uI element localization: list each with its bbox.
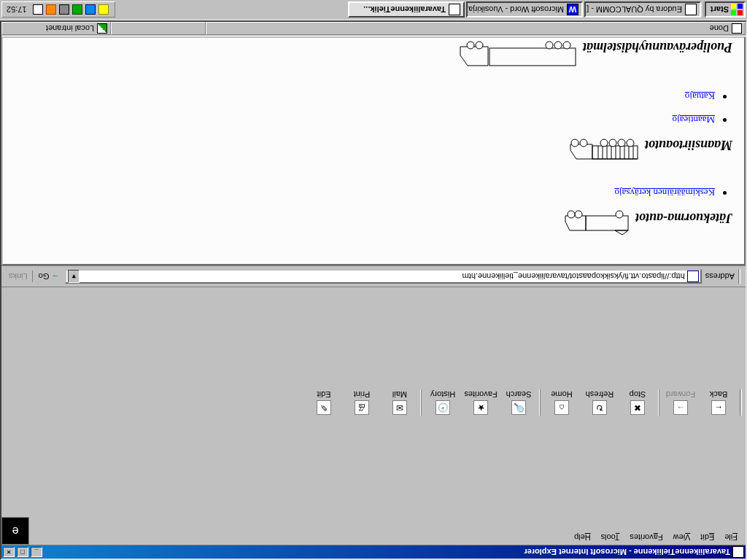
eudora-icon	[685, 4, 697, 16]
menubar: FFileile Edit View Favorites Tools Help	[29, 517, 746, 545]
section-heading: Maansiirtoautot	[15, 138, 732, 167]
tray-icon-1[interactable]	[98, 5, 109, 15]
forward-button[interactable]: →Forward	[662, 389, 700, 416]
history-icon: 🕑	[436, 400, 450, 415]
taskbar-clock[interactable]: 17:52	[7, 6, 27, 15]
toolbar-grip[interactable]	[740, 389, 742, 416]
svg-point-4	[568, 211, 575, 219]
svg-point-22	[580, 140, 587, 147]
favorites-button[interactable]: ★Favorites	[462, 389, 500, 416]
menu-tools[interactable]: Tools	[596, 518, 625, 543]
svg-marker-1	[565, 217, 586, 231]
tray-icon-4[interactable]	[59, 5, 69, 15]
svg-point-2	[616, 211, 623, 219]
links-bar-label[interactable]: Links	[4, 271, 33, 283]
svg-point-18	[627, 140, 634, 147]
tray-icon-2[interactable]	[85, 5, 96, 15]
taskbar-item-word[interactable]: W Microsoft Word - Vuosikirja...	[466, 2, 583, 18]
browser-window: TavaraliikenneTieliikenne - Microsoft In…	[0, 20, 747, 560]
print-icon: 🖨	[355, 400, 369, 415]
taskbar-item-eudora[interactable]: Eudora by QUALCOMM - [...	[584, 2, 701, 18]
svg-point-23	[571, 140, 578, 147]
addressbar-grip[interactable]	[738, 270, 740, 284]
window-title: TavaraliikenneTieliikenne - Microsoft In…	[42, 548, 730, 556]
minimize-button[interactable]: _	[31, 547, 42, 557]
done-icon	[732, 24, 742, 34]
search-icon: 🔍	[511, 400, 526, 415]
page-favicon-icon	[687, 271, 699, 283]
search-button[interactable]: 🔍Search	[500, 389, 538, 416]
svg-point-21	[600, 140, 608, 147]
menu-view[interactable]: View	[668, 518, 696, 543]
taskbar-item-ie[interactable]: TavaraliikenneTielik...	[348, 2, 465, 18]
svg-rect-6	[592, 147, 638, 160]
history-button[interactable]: 🕑History	[424, 389, 462, 416]
mail-button[interactable]: ✉Mail	[381, 389, 419, 416]
garbage-truck-icon	[564, 211, 630, 237]
back-arrow-icon: ←	[711, 400, 726, 415]
mail-icon: ✉	[392, 400, 407, 415]
section-heading: Jätekuorma-autot	[15, 211, 732, 237]
link[interactable]: Katuajo	[685, 92, 715, 103]
svg-point-29	[476, 42, 483, 50]
link[interactable]: Maantieajo	[673, 115, 715, 126]
address-input[interactable]	[80, 273, 684, 281]
semi-trailer-icon	[453, 40, 577, 71]
menu-file[interactable]: FFileile	[719, 518, 743, 543]
ie-throbber-icon: e	[1, 517, 29, 545]
status-text-cell: Done	[206, 23, 746, 36]
svg-marker-5	[615, 231, 628, 236]
statusbar: Done Local intranet	[1, 22, 746, 36]
address-input-wrap[interactable]: ▼	[65, 270, 701, 284]
task-label: TavaraliikenneTielik...	[363, 6, 446, 15]
home-button[interactable]: ⌂Home	[543, 389, 581, 416]
favorites-icon: ★	[473, 400, 488, 415]
zone-text: Local intranet	[46, 25, 94, 34]
address-label: Address	[705, 273, 735, 281]
print-button[interactable]: 🖨Print	[343, 389, 381, 416]
home-icon: ⌂	[554, 400, 569, 415]
section-heading: Puoliperävaunuyhdistelmät	[15, 40, 732, 71]
tray-icon-5[interactable]	[46, 5, 56, 15]
close-button[interactable]: ×	[3, 547, 15, 557]
svg-point-28	[546, 42, 553, 50]
page-content[interactable]: Jätekuorma-autot Keskimääräinen keräysaj…	[3, 38, 744, 265]
link-list: Keskimääräinen keräysajo	[15, 187, 715, 201]
ie-icon	[732, 546, 744, 558]
svg-point-27	[554, 42, 562, 50]
status-progress-cell	[111, 23, 206, 36]
edit-button[interactable]: ✎Edit	[305, 389, 343, 416]
link-list: Maantieajo Katuajo	[15, 91, 715, 128]
taskbar: Start Eudora by QUALCOMM - [... W Micros…	[0, 0, 747, 20]
titlebar[interactable]: TavaraliikenneTieliikenne - Microsoft In…	[1, 545, 746, 559]
task-label: Microsoft Word - Vuosikirja...	[466, 6, 564, 15]
address-dropdown-button[interactable]: ▼	[68, 271, 80, 284]
list-item: Katuajo	[15, 91, 715, 104]
tray-icon-3[interactable]	[72, 5, 82, 15]
status-zone-cell: Local intranet	[1, 23, 111, 36]
list-item: Keskimääräinen keräysajo	[15, 187, 715, 201]
dump-truck-icon	[566, 138, 639, 167]
link[interactable]: Keskimääräinen keräysajo	[614, 188, 715, 199]
list-item: Maantieajo	[15, 114, 715, 128]
menu-help[interactable]: Help	[569, 518, 596, 543]
intranet-zone-icon	[97, 24, 107, 34]
refresh-button[interactable]: ↻Refresh	[581, 389, 619, 416]
menu-edit[interactable]: Edit	[695, 518, 719, 543]
addressbar: Address ▼ Go Links	[1, 266, 746, 287]
stop-button[interactable]: ✖Stop	[619, 389, 657, 416]
windows-logo-icon	[731, 4, 743, 16]
edit-icon: ✎	[317, 400, 331, 415]
refresh-icon: ↻	[592, 400, 607, 415]
task-label: Eudora by QUALCOMM - [...	[584, 6, 682, 15]
menu-favorites[interactable]: Favorites	[624, 518, 667, 543]
tray-icon-6[interactable]	[33, 5, 43, 15]
back-button[interactable]: ←Back	[700, 389, 738, 416]
svg-point-3	[575, 211, 582, 219]
maximize-button[interactable]: □	[17, 547, 28, 557]
toolbar: ←Back →Forward ✖Stop ↻Refresh ⌂Home 🔍Sea…	[1, 287, 746, 518]
system-tray[interactable]: 17:52	[1, 2, 115, 18]
start-button[interactable]: Start	[705, 2, 746, 18]
forward-arrow-icon: →	[673, 400, 688, 415]
go-button[interactable]: Go	[36, 272, 63, 282]
